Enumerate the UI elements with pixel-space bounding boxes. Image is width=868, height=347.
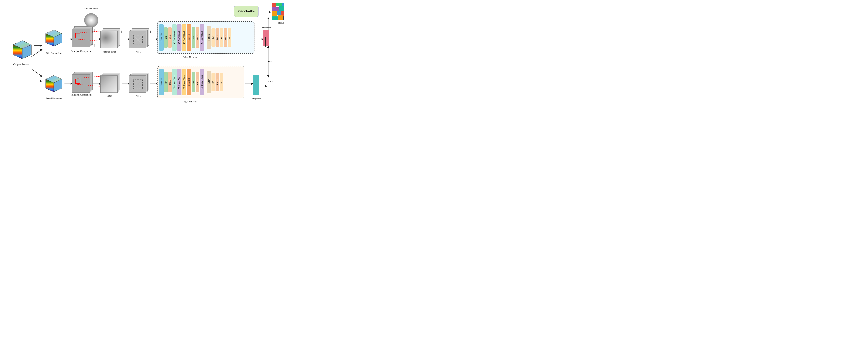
block-flatten-1: Flatten — [207, 26, 211, 49]
svg-marker-52 — [267, 17, 269, 19]
view-bottom-label: View — [132, 95, 146, 98]
arrow-pred-to-svm — [266, 17, 270, 32]
tblock-3dconv-1: 3D ConV Block — [172, 69, 177, 95]
tblock-flatten: Flatten — [207, 71, 211, 93]
svg-marker-12 — [40, 75, 42, 77]
target-network-label: Target Network — [183, 100, 196, 103]
block-bn-2: BN — [192, 27, 195, 48]
svg-marker-6 — [40, 44, 42, 46]
svg-rect-57 — [272, 7, 279, 11]
block-fc-3: FC — [228, 28, 231, 46]
even-dimension-label: Even Dimension — [43, 97, 64, 100]
tblock-2dconv: 2D ConV Block — [200, 69, 204, 95]
patch-label: Patch — [101, 94, 118, 97]
proj-to-loss-arrow — [259, 84, 267, 89]
svg-marker-75 — [267, 46, 269, 48]
sg-label: // SG — [268, 80, 273, 83]
block-relu-2: ReLU — [196, 27, 199, 48]
gradient-mask-img — [84, 13, 98, 27]
arrow-even-to-pc — [64, 82, 72, 87]
results-label: Results — [273, 21, 284, 24]
diag-arrow-up — [31, 49, 43, 60]
arrow-online-to-pred — [255, 37, 264, 42]
tblock-fc-1: FC — [212, 73, 215, 91]
svm-classifier-box: SVM Classifier — [234, 6, 258, 17]
block-conv2d-1: Conv 2D — [187, 24, 191, 51]
arrow-svm-to-results — [259, 10, 271, 15]
svg-rect-53 — [272, 3, 276, 7]
block-fc-1: FC — [212, 28, 215, 46]
odd-dimension-label: Odd Dimension — [43, 52, 64, 55]
loss-up-arrow — [266, 46, 270, 53]
online-network-box: Conv 3D BN ReLU 3D ConV Block 3D ConV Bl… — [157, 21, 254, 54]
diag-arrow-down — [31, 67, 43, 78]
arrow-view-to-target — [150, 82, 158, 87]
svg-line-40 — [129, 76, 146, 93]
svg-rect-67 — [283, 17, 284, 20]
svg-marker-73 — [265, 85, 267, 87]
pc-top-label: Principal Component — [70, 50, 92, 53]
block-conv3d-1: Conv 3D — [159, 24, 164, 51]
target-network-box: Conv 3D BN ReLU 3D ConV Block 3D ConV Bl… — [157, 66, 244, 98]
block-fc-2: FC — [220, 28, 223, 46]
projection-bar — [253, 75, 259, 95]
block-2dconv-1: 2D ConV Block — [200, 24, 204, 51]
block-relu-4: ReLU — [224, 28, 227, 46]
original-dataset-label: Original Dataset — [9, 63, 33, 66]
block-bn-1: BN — [164, 27, 168, 48]
tblock-relu-2: ReLU — [196, 72, 199, 92]
svg-rect-58 — [279, 6, 284, 11]
arrow-to-even — [34, 79, 42, 84]
arrow-pc-to-masked — [93, 37, 101, 42]
svg-rect-65 — [272, 17, 278, 20]
tblock-bn-2: BN — [192, 72, 195, 92]
arrow-mask-down — [91, 27, 95, 34]
original-dataset-cube — [11, 36, 33, 64]
arrow-patch-to-view — [122, 82, 130, 87]
block-3dconv-3: 3D ConV Block — [182, 24, 186, 51]
pc-bottom-label: Principal Component — [70, 93, 92, 96]
tblock-conv3d: Conv 3D — [159, 69, 164, 95]
svg-marker-50 — [269, 11, 271, 13]
arrow-masked-to-view — [122, 37, 130, 42]
svg-line-35 — [129, 31, 146, 48]
arrow-odd-to-pc — [64, 37, 72, 42]
results-image — [272, 3, 284, 20]
masked-patch-label: Masked Patch — [99, 50, 120, 53]
arrow-view-to-online — [150, 37, 158, 42]
block-3dconv-2: 3D ConV Block — [177, 24, 182, 51]
loss-label: loss — [268, 60, 272, 63]
svm-label: SVM Classifier — [238, 10, 255, 13]
svg-rect-62 — [277, 11, 281, 15]
projection-label: Projection — [249, 97, 264, 100]
tblock-3dconv-2: 3D ConV Block — [177, 69, 182, 95]
view-top-label: View — [132, 51, 146, 54]
online-network-label: Online Network — [183, 56, 197, 58]
target-network-blocks: Conv 3D BN ReLU 3D ConV Block 3D ConV Bl… — [159, 67, 223, 97]
svg-line-9 — [31, 50, 41, 57]
svg-rect-66 — [278, 15, 283, 20]
even-dimension-cube — [43, 72, 64, 97]
separator-1 — [205, 24, 206, 51]
arrow-to-odd — [34, 43, 42, 49]
odd-dimension-cube — [43, 26, 64, 52]
tblock-relu-3: ReLU — [216, 73, 219, 91]
tblock-bn-1: BN — [164, 72, 168, 92]
block-relu-3: ReLU — [216, 28, 219, 46]
online-network-blocks: Conv 3D BN ReLU 3D ConV Block 3D ConV Bl… — [159, 23, 231, 52]
svg-rect-54 — [276, 3, 282, 6]
block-relu-1: ReLU — [168, 27, 172, 48]
arrow-target-to-proj — [245, 82, 253, 87]
tblock-conv2d: Conv 2D — [187, 69, 191, 95]
arrow-pc-bottom-to-patch — [93, 82, 101, 87]
svg-marker-8 — [40, 80, 42, 82]
svg-rect-61 — [272, 11, 277, 17]
main-diagram: Original Dataset — [0, 0, 284, 114]
tblock-fc-2: FC — [220, 73, 223, 91]
svg-marker-70 — [267, 75, 269, 78]
block-3dconv-1: 3D ConV Block — [172, 24, 177, 51]
tblock-3dconv-3: 3D ConV Block — [182, 69, 186, 95]
gradient-mask-label: Gradient Mask — [81, 7, 101, 9]
tblock-relu-1: ReLU — [168, 72, 172, 92]
